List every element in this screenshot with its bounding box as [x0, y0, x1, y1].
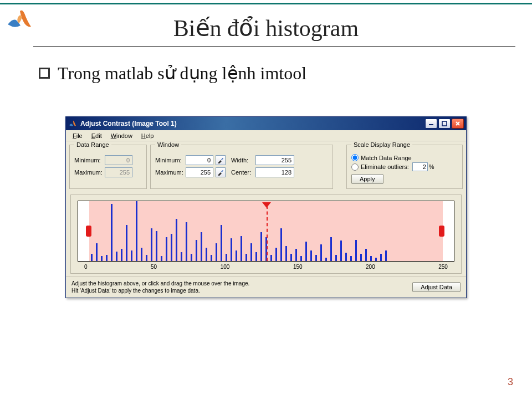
histogram-plot[interactable] [78, 201, 454, 262]
group-window-title: Window [155, 141, 181, 148]
histogram-bars [78, 201, 454, 261]
field-eliminate-pct[interactable] [412, 162, 428, 171]
histogram-bar [360, 254, 362, 261]
label-w-min: Minimum: [155, 157, 186, 163]
radio-match-label: Match Data Range [361, 155, 412, 161]
histogram-bar [355, 240, 357, 261]
window-icon [68, 119, 77, 128]
histogram-bar [290, 254, 292, 261]
label-pct: % [429, 163, 434, 170]
histogram-bar [245, 254, 247, 261]
histogram-bar [166, 237, 167, 261]
histogram-bar [315, 255, 317, 261]
radio-eliminate-label: Eliminate outliers: [361, 163, 409, 170]
bullet-text: Trong matlab sử dụng lệnh imtool [58, 63, 306, 84]
histogram-bar [385, 250, 387, 261]
label-center: Center: [231, 169, 255, 176]
apply-button[interactable]: Apply [351, 174, 383, 184]
window-handle-left[interactable] [86, 226, 91, 237]
window-footer: Adjust the histogram above, or click and… [66, 276, 466, 298]
svg-rect-0 [429, 124, 433, 125]
histogram-bar [221, 225, 222, 261]
label-dr-min: Minimum: [74, 157, 105, 163]
histogram-bar [176, 219, 177, 261]
histogram-bar [171, 234, 172, 261]
slide-title: Biến đổi histogram [0, 14, 532, 42]
xaxis-tick: 50 [151, 264, 157, 270]
histogram-bar [121, 249, 122, 261]
radio-match-range[interactable]: Match Data Range [351, 154, 458, 161]
histogram-bar [226, 254, 227, 261]
histogram-bar [106, 255, 108, 261]
histogram-bar [136, 201, 137, 261]
histogram-bar [191, 254, 192, 261]
minimize-button[interactable] [425, 119, 437, 129]
panel-area: Data Range Minimum: Maximum: Window Mini… [66, 141, 466, 192]
histogram-bar [186, 222, 187, 261]
histogram-bar [91, 254, 93, 261]
histogram-bar [260, 232, 262, 261]
footer-line-1: Adjust the histogram above, or click and… [71, 280, 412, 287]
menubar: File Edit Window Help [66, 130, 466, 141]
histogram-bar [181, 252, 182, 261]
radio-eliminate-input[interactable] [351, 163, 359, 171]
group-window: Window Minimum: Maximum: [150, 145, 333, 189]
radio-eliminate-outliers[interactable]: Eliminate outliers: % [351, 162, 458, 171]
histogram-bar [116, 252, 117, 261]
window-title: Adjust Contrast (Image Tool 1) [80, 120, 177, 127]
histogram-bar [236, 250, 237, 261]
radio-match-range-input[interactable] [351, 154, 359, 161]
histogram-bar [196, 240, 197, 261]
menu-window-rest: indow [116, 132, 132, 139]
menu-help-rest: elp [146, 132, 154, 139]
eyedropper-max-button[interactable] [216, 167, 226, 177]
menu-help[interactable]: Help [137, 131, 158, 140]
histogram-bar [320, 244, 322, 261]
histogram-bar [380, 254, 382, 261]
field-dr-max [105, 167, 132, 177]
matlab-logo-icon [6, 8, 33, 30]
xaxis-tick: 200 [366, 264, 375, 270]
histogram-bar [206, 248, 207, 261]
histogram-xaxis: 050100150200250 [78, 262, 454, 270]
histogram-bar [201, 232, 202, 261]
histogram-bar [161, 256, 162, 261]
menu-window[interactable]: Window [106, 131, 137, 140]
histogram-bar [101, 256, 103, 261]
label-dr-max: Maximum: [74, 169, 105, 176]
histogram-bar [231, 238, 232, 261]
field-w-min[interactable] [186, 155, 213, 165]
window-center-line [267, 206, 268, 261]
menu-file[interactable]: File [68, 131, 87, 140]
histogram-bar [300, 256, 302, 261]
field-width[interactable] [255, 155, 294, 165]
menu-edit[interactable]: Edit [87, 131, 106, 140]
eyedropper-min-button[interactable] [216, 155, 226, 165]
histogram-bar [141, 248, 142, 261]
menu-edit-rest: dit [95, 132, 102, 139]
close-button[interactable] [452, 119, 464, 129]
field-center[interactable] [255, 167, 294, 177]
group-data-range-title: Data Range [74, 141, 111, 148]
svg-marker-2 [262, 202, 271, 208]
bullet-row: Trong matlab sử dụng lệnh imtool [39, 63, 532, 84]
histogram-bar [211, 255, 212, 261]
field-w-max[interactable] [186, 167, 213, 177]
histogram-bar [255, 252, 257, 261]
histogram-bar [350, 256, 352, 261]
window-handle-right[interactable] [439, 226, 444, 237]
adjust-data-button[interactable]: Adjust Data [412, 282, 461, 292]
window-titlebar[interactable]: Adjust Contrast (Image Tool 1) [66, 117, 466, 130]
window-center-handle[interactable] [262, 200, 271, 210]
page-number: 3 [508, 376, 513, 388]
histogram-bar [365, 249, 367, 261]
histogram-bar [345, 253, 347, 261]
histogram-bar [216, 243, 217, 261]
bullet-icon [39, 68, 50, 79]
histogram-bar [295, 249, 297, 261]
histogram-panel: 050100150200250 [70, 195, 462, 274]
group-scale-display: Scale Display Range Match Data Range Eli… [346, 145, 463, 189]
label-w-max: Maximum: [155, 169, 186, 176]
menu-file-rest: ile [76, 132, 83, 139]
maximize-button[interactable] [438, 119, 451, 129]
